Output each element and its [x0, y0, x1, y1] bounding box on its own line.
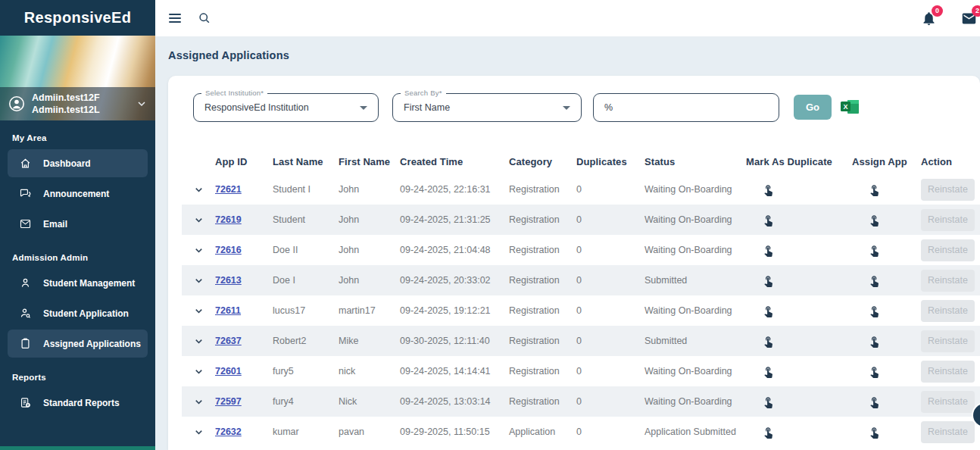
- reinstate-button[interactable]: Reinstate: [921, 300, 975, 322]
- app-id-link[interactable]: 72637: [215, 336, 242, 346]
- reinstate-button[interactable]: Reinstate: [921, 361, 975, 383]
- app-id-link[interactable]: 72611: [215, 305, 241, 316]
- first-name-cell: pavan: [339, 427, 400, 437]
- search-by-select[interactable]: Search By* First Name: [392, 93, 582, 122]
- sidebar-item-student-application[interactable]: Student Application: [8, 299, 148, 327]
- status-cell: Waiting On-Boarding: [644, 214, 746, 225]
- mark-duplicate-icon[interactable]: [746, 335, 852, 348]
- assign-app-icon[interactable]: [852, 274, 921, 287]
- chevron-down-icon[interactable]: [136, 98, 148, 110]
- profile-photo: Admiin.test12F Admiin.test12L: [0, 36, 155, 120]
- mark-duplicate-icon[interactable]: [746, 395, 852, 408]
- topbar: 0 2: [155, 0, 980, 36]
- expand-row-icon[interactable]: [182, 275, 215, 286]
- search-by-select-value: First Name: [404, 94, 450, 121]
- created-time-cell: 09-24-2025, 21:31:25: [400, 214, 509, 225]
- search-value-field: [593, 93, 779, 122]
- reinstate-button[interactable]: Reinstate: [921, 239, 975, 261]
- app-id-link[interactable]: 72619: [215, 214, 242, 225]
- sidebar-item-assigned-applications[interactable]: Assigned Applications: [8, 330, 148, 358]
- column-header-first-name: First Name: [339, 156, 400, 167]
- expand-row-icon[interactable]: [182, 396, 215, 408]
- assign-app-icon[interactable]: [852, 305, 921, 317]
- status-cell: Waiting On-Boarding: [644, 305, 746, 316]
- app-id-link[interactable]: 72632: [215, 427, 242, 437]
- first-name-cell: Mike: [339, 336, 400, 346]
- expand-row-icon[interactable]: [182, 184, 215, 195]
- column-header-created-time: Created Time: [400, 156, 509, 167]
- reinstate-button[interactable]: Reinstate: [921, 179, 975, 201]
- sidebar-item-announcement[interactable]: Announcement: [8, 180, 148, 208]
- reinstate-button[interactable]: Reinstate: [921, 391, 975, 413]
- assign-app-icon[interactable]: [852, 214, 921, 227]
- app-id-link[interactable]: 72613: [215, 275, 242, 286]
- profile-card[interactable]: Admiin.test12F Admiin.test12L: [0, 87, 155, 120]
- reinstate-button[interactable]: Reinstate: [921, 330, 975, 352]
- institution-select[interactable]: Select Institution* ResponsiveEd Institu…: [193, 93, 379, 122]
- dropdown-arrow-icon: [563, 106, 570, 110]
- created-time-cell: 09-24-2025, 14:14:41: [400, 366, 509, 377]
- announcement-icon: [19, 187, 32, 200]
- assign-app-icon[interactable]: [852, 426, 921, 439]
- search-icon[interactable]: [197, 11, 212, 26]
- expand-row-icon[interactable]: [182, 305, 215, 317]
- reinstate-button[interactable]: Reinstate: [921, 209, 975, 231]
- messages-badge: 2: [972, 5, 980, 17]
- email-icon: [19, 217, 32, 230]
- assign-app-icon[interactable]: [852, 365, 921, 378]
- category-cell: Registration: [509, 366, 576, 377]
- column-header-action: Action: [921, 156, 980, 167]
- mark-duplicate-icon[interactable]: [746, 365, 852, 378]
- sidebar-item-label: Email: [43, 219, 67, 230]
- sidebar-item-standard-reports[interactable]: Standard Reports: [8, 389, 148, 417]
- home-icon: [19, 157, 32, 170]
- mark-duplicate-icon[interactable]: [746, 426, 852, 439]
- assign-app-icon[interactable]: [852, 183, 921, 196]
- mark-duplicate-icon[interactable]: [746, 305, 852, 317]
- column-header-category: Category: [509, 156, 576, 167]
- notifications-button[interactable]: 0: [921, 11, 937, 27]
- app-id-link[interactable]: 72621: [215, 184, 242, 195]
- search-value-input[interactable]: [594, 94, 779, 121]
- sidebar-item-student-management[interactable]: Student Management: [8, 269, 148, 297]
- mark-duplicate-icon[interactable]: [746, 183, 852, 196]
- mark-duplicate-icon[interactable]: [746, 244, 852, 257]
- assign-app-icon[interactable]: [852, 335, 921, 348]
- sidebar-item-label: Announcement: [43, 189, 109, 199]
- app-id-link[interactable]: 72616: [215, 245, 242, 255]
- last-name-cell: fury4: [273, 396, 339, 407]
- expand-row-icon[interactable]: [182, 427, 215, 438]
- column-header-status: Status: [644, 156, 746, 167]
- last-name-cell: Robert2: [273, 336, 339, 346]
- menu-icon[interactable]: [169, 14, 181, 23]
- app-id-link[interactable]: 72601: [215, 366, 242, 377]
- reinstate-button[interactable]: Reinstate: [921, 421, 975, 443]
- first-name-cell: John: [339, 214, 400, 225]
- content-card: Select Institution* ResponsiveEd Institu…: [168, 76, 980, 450]
- last-name-cell: Student: [273, 214, 339, 225]
- expand-row-icon[interactable]: [182, 336, 215, 347]
- expand-row-icon[interactable]: [182, 245, 215, 256]
- last-name-cell: lucus17: [273, 305, 339, 316]
- profile-name-line2: Admiin.test12L: [32, 105, 100, 115]
- assign-app-icon[interactable]: [852, 244, 921, 257]
- reinstate-button[interactable]: Reinstate: [921, 270, 975, 292]
- column-header-duplicates: Duplicates: [576, 156, 644, 167]
- category-cell: Registration: [509, 214, 576, 225]
- table-row: 72601 fury5 nick 09-24-2025, 14:14:41 Re…: [182, 356, 980, 386]
- messages-button[interactable]: 2: [961, 11, 977, 27]
- column-header-mark-as-duplicate: Mark As Duplicate: [746, 156, 852, 167]
- dropdown-arrow-icon: [360, 106, 367, 110]
- sidebar-section-items: Standard Reports: [0, 389, 155, 417]
- expand-row-icon[interactable]: [182, 214, 215, 226]
- mark-duplicate-icon[interactable]: [746, 274, 852, 287]
- go-button[interactable]: Go: [794, 95, 832, 120]
- assign-app-icon[interactable]: [852, 395, 921, 408]
- mark-duplicate-icon[interactable]: [746, 214, 852, 227]
- excel-export-icon[interactable]: X: [841, 98, 859, 115]
- sidebar-item-email[interactable]: Email: [8, 210, 148, 238]
- sidebar-item-dashboard[interactable]: Dashboard: [8, 149, 148, 177]
- expand-row-icon[interactable]: [182, 366, 215, 377]
- sidebar-item-label: Standard Reports: [43, 398, 120, 408]
- app-id-link[interactable]: 72597: [215, 396, 242, 407]
